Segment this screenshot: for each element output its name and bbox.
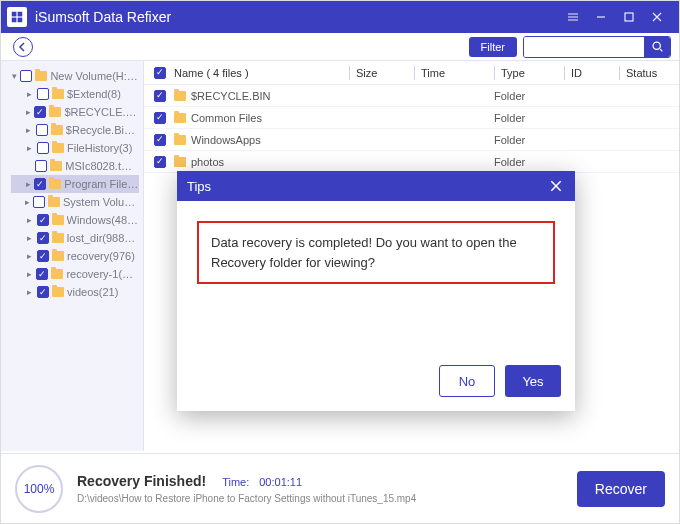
close-button[interactable]	[643, 6, 671, 28]
list-row[interactable]: $RECYCLE.BINFolder	[144, 85, 679, 107]
app-title: iSumsoft Data Refixer	[35, 9, 559, 25]
checkbox[interactable]	[33, 196, 45, 208]
file-name: WindowsApps	[191, 134, 261, 146]
col-status[interactable]: Status	[619, 66, 679, 80]
progress-percent: 100%	[24, 482, 55, 496]
file-type: Folder	[494, 134, 564, 146]
col-time[interactable]: Time	[414, 66, 494, 80]
list-row[interactable]: photosFolder	[144, 151, 679, 173]
folder-tree[interactable]: ▾ New Volume(H:)(249819) ▸$Extend(8)▸$RE…	[1, 61, 144, 451]
checkbox[interactable]	[36, 124, 48, 136]
minimize-button[interactable]	[587, 6, 615, 28]
tree-label: $RECYCLE.BIN(105)	[64, 106, 139, 118]
file-type: Folder	[494, 112, 564, 124]
tree-item[interactable]: ▸System Volume Information(79)	[11, 193, 139, 211]
list-header: Name ( 4 files ) Size Time Type ID Statu…	[144, 61, 679, 85]
folder-icon	[52, 215, 64, 225]
file-type: Folder	[494, 156, 564, 168]
tree-label: lost_dir(98898)	[67, 232, 139, 244]
folder-icon	[174, 91, 186, 101]
folder-icon	[174, 113, 186, 123]
tree-item[interactable]: ▸Windows(4868)	[11, 211, 139, 229]
checkbox[interactable]	[37, 250, 49, 262]
folder-icon	[51, 125, 63, 135]
checkbox[interactable]	[37, 232, 49, 244]
folder-icon	[35, 71, 47, 81]
svg-rect-2	[12, 18, 17, 23]
checkbox[interactable]	[35, 160, 47, 172]
svg-rect-1	[18, 12, 23, 17]
tree-item[interactable]: ▸$Recycle.Bin(31)	[11, 121, 139, 139]
dialog-no-button[interactable]: No	[439, 365, 495, 397]
folder-icon	[49, 179, 61, 189]
list-row[interactable]: WindowsAppsFolder	[144, 129, 679, 151]
progress-ring: 100%	[15, 465, 63, 513]
file-type: Folder	[494, 90, 564, 102]
dialog-message: Data recovery is completed! Do you want …	[197, 221, 555, 284]
tree-item[interactable]: ▸$RECYCLE.BIN(105)	[11, 103, 139, 121]
file-name: Common Files	[191, 112, 262, 124]
tree-root[interactable]: ▾ New Volume(H:)(249819)	[11, 67, 139, 85]
checkbox[interactable]	[154, 90, 166, 102]
checkbox[interactable]	[37, 286, 49, 298]
tree-item[interactable]: ▸recovery-1(378)	[11, 265, 139, 283]
folder-icon	[52, 89, 64, 99]
file-name: photos	[191, 156, 224, 168]
footer: 100% Recovery Finished! Time: 00:01:11 D…	[1, 453, 679, 523]
back-button[interactable]	[13, 37, 33, 57]
checkbox[interactable]	[154, 112, 166, 124]
folder-icon	[52, 143, 64, 153]
tree-label: System Volume Information(79)	[63, 196, 139, 208]
menu-button[interactable]	[559, 6, 587, 28]
tree-item[interactable]: MSIc8028.tmp(10)	[11, 157, 139, 175]
tree-item[interactable]: ▸FileHistory(3)	[11, 139, 139, 157]
recover-button[interactable]: Recover	[577, 471, 665, 507]
col-size[interactable]: Size	[349, 66, 414, 80]
select-all-checkbox[interactable]	[154, 67, 166, 79]
tree-label: Program Files(52543)	[64, 178, 139, 190]
folder-icon	[52, 251, 64, 261]
folder-icon	[52, 233, 64, 243]
col-id[interactable]: ID	[564, 66, 619, 80]
dialog-yes-button[interactable]: Yes	[505, 365, 561, 397]
title-bar: iSumsoft Data Refixer	[1, 1, 679, 33]
checkbox[interactable]	[20, 70, 32, 82]
tree-label: MSIc8028.tmp(10)	[65, 160, 139, 172]
checkbox[interactable]	[36, 268, 48, 280]
tree-item[interactable]: ▸lost_dir(98898)	[11, 229, 139, 247]
dialog-close-button[interactable]	[547, 177, 565, 195]
footer-path: D:\videos\How to Restore iPhone to Facto…	[77, 493, 563, 504]
tree-item[interactable]: ▸$Extend(8)	[11, 85, 139, 103]
file-name: $RECYCLE.BIN	[191, 90, 270, 102]
dialog-title: Tips	[187, 179, 211, 194]
checkbox[interactable]	[37, 214, 49, 226]
col-type[interactable]: Type	[494, 66, 564, 80]
checkbox[interactable]	[37, 142, 49, 154]
tree-item[interactable]: ▸videos(21)	[11, 283, 139, 301]
svg-rect-4	[625, 13, 633, 21]
checkbox[interactable]	[37, 88, 49, 100]
search-button[interactable]	[644, 37, 670, 57]
tree-item[interactable]: ▸recovery(976)	[11, 247, 139, 265]
folder-icon	[49, 107, 61, 117]
tree-label: recovery(976)	[67, 250, 135, 262]
checkbox[interactable]	[34, 178, 46, 190]
list-row[interactable]: Common FilesFolder	[144, 107, 679, 129]
time-value: 00:01:11	[259, 476, 302, 488]
tree-item[interactable]: ▸Program Files(52543)	[11, 175, 139, 193]
folder-icon	[51, 269, 63, 279]
search-input[interactable]	[524, 37, 644, 57]
folder-icon	[48, 197, 60, 207]
tips-dialog: Tips Data recovery is completed! Do you …	[177, 171, 575, 411]
checkbox[interactable]	[34, 106, 46, 118]
col-name[interactable]: Name ( 4 files )	[174, 67, 349, 79]
checkbox[interactable]	[154, 134, 166, 146]
filter-button[interactable]: Filter	[469, 37, 517, 57]
toolbar: Filter	[1, 33, 679, 61]
checkbox[interactable]	[154, 156, 166, 168]
tree-label: FileHistory(3)	[67, 142, 132, 154]
tree-label: $Extend(8)	[67, 88, 121, 100]
maximize-button[interactable]	[615, 6, 643, 28]
svg-point-5	[653, 42, 660, 49]
folder-icon	[174, 135, 186, 145]
